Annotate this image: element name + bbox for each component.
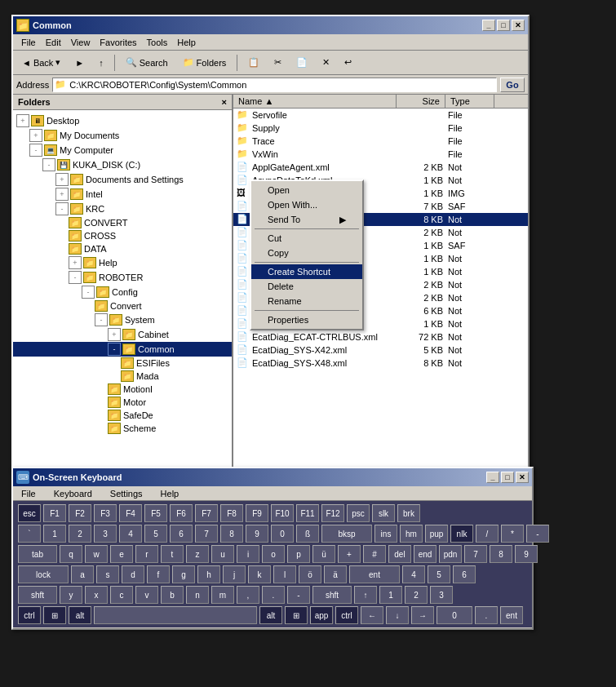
expand-desktop[interactable]: + [16,114,29,127]
ctx-open-with[interactable]: Open With... [251,197,362,212]
kb-key-i[interactable]: i [237,545,259,563]
kb-key-d[interactable]: d [122,565,144,583]
tree-cross[interactable]: 📁 CROSS [13,229,232,242]
kb-key-f12[interactable]: F12 [321,504,344,522]
folder-panel-close[interactable]: × [222,97,227,107]
close-button[interactable]: ✕ [512,20,525,31]
search-button[interactable]: 🔍 Search [120,53,174,73]
kb-key-plus[interactable]: + [338,545,361,563]
tree-common[interactable]: - 📁 Common [13,342,232,357]
kb-key-numdot[interactable]: . [475,606,498,624]
kb-key-v[interactable]: v [135,586,158,604]
tree-motioni[interactable]: 📁 MotionI [13,383,232,396]
kb-key-f[interactable]: f [147,565,170,583]
kb-key-left[interactable]: ← [361,606,383,624]
address-input[interactable]: 📁 C:\KRC\ROBOTER\Config\System\Common [52,78,497,92]
kb-key-p[interactable]: p [287,545,310,563]
kb-key-numminus[interactable]: - [526,525,549,543]
tree-my-documents[interactable]: + 📁 My Documents [13,128,232,143]
tree-data[interactable]: 📁 DATA [13,242,232,255]
col-header-type[interactable]: Type [445,95,494,108]
kb-key-f3[interactable]: F3 [94,504,117,522]
kb-key-hash[interactable]: # [363,545,386,563]
ctx-create-shortcut[interactable]: Create Shortcut [251,264,362,279]
file-ecat-sysx42[interactable]: 📄 EcatDiag_SYS-X42.xml 5 KB Not [233,344,528,357]
menu-tools[interactable]: Tools [142,36,173,49]
tree-mada[interactable]: 📁 Mada [13,370,232,383]
kb-key-f6[interactable]: F6 [170,504,193,522]
expand-kuka-disk[interactable]: - [42,158,55,171]
kb-key-backtick[interactable]: ` [18,525,41,543]
kb-key-e[interactable]: e [110,545,133,563]
tree-cabinet[interactable]: + 📁 Cabinet [13,327,232,342]
tree-motor[interactable]: 📁 Motor [13,396,232,409]
kb-key-del[interactable]: del [388,545,411,563]
kb-key-9[interactable]: 9 [246,525,268,543]
paste-button[interactable]: 📄 [290,53,313,73]
kb-key-num9[interactable]: 9 [515,545,538,563]
menu-favorites[interactable]: Favorites [95,36,141,49]
kb-key-num4[interactable]: 4 [402,565,425,583]
kb-key-k[interactable]: k [248,565,271,583]
kb-key-ralt[interactable]: alt [259,606,282,624]
kb-key-esc[interactable]: esc [18,504,41,522]
kb-key-z[interactable]: z [186,545,209,563]
kb-key-hm[interactable]: hm [400,525,423,543]
kb-key-rwin[interactable]: ⊞ [285,606,308,624]
kb-menu-keyboard[interactable]: Keyboard [49,487,97,500]
kb-key-psc[interactable]: psc [347,504,370,522]
col-header-name[interactable]: Name ▲ [233,95,397,108]
kb-key-r[interactable]: r [135,545,158,563]
file-trace[interactable]: 📁 Trace File [233,135,528,148]
expand-my-documents[interactable]: + [29,129,42,142]
file-ecat-ctrlbus[interactable]: 📄 EcatDiag_ECAT-CTRLBUS.xml 72 KB Not [233,330,528,344]
kb-key-l[interactable]: l [273,565,296,583]
col-header-size[interactable]: Size [397,95,445,108]
file-applgateagent[interactable]: 📄 ApplGateAgent.xml 2 KB Not [233,161,528,174]
kb-key-down[interactable]: ↓ [386,606,409,624]
file-servofile[interactable]: 📁 Servofile File [233,109,528,122]
kb-key-end[interactable]: end [414,545,437,563]
kb-key-up[interactable]: ↑ [354,586,377,604]
kb-key-numenter[interactable]: ent [500,606,523,624]
kb-key-j[interactable]: j [223,565,246,583]
tree-convert2[interactable]: 📁 Convert [13,299,232,312]
expand-my-computer[interactable]: - [29,144,42,157]
kb-close-button[interactable]: ✕ [516,472,529,483]
menu-help[interactable]: Help [172,36,201,49]
expand-config[interactable]: - [82,286,95,299]
file-vxwin[interactable]: 📁 VxWin File [233,148,528,161]
cut-button[interactable]: ✂ [268,53,287,73]
ctx-copy[interactable]: Copy [251,246,362,260]
kb-minimize-button[interactable]: _ [486,472,499,483]
back-button[interactable]: ◄ Back ▾ [16,53,66,73]
kb-key-n[interactable]: n [186,586,209,604]
kb-key-f9[interactable]: F9 [246,504,268,522]
tree-desktop[interactable]: + 🖥 Desktop [13,113,232,128]
kb-key-num6[interactable]: 6 [453,565,476,583]
tree-system[interactable]: - 📁 System [13,312,232,327]
kb-key-q[interactable]: q [60,545,82,563]
menu-view[interactable]: View [66,36,95,49]
kb-key-4[interactable]: 4 [119,525,142,543]
kb-key-o[interactable]: o [262,545,285,563]
kb-key-tab[interactable]: tab [18,545,57,563]
kb-key-nlk[interactable]: nlk [450,525,473,543]
kb-key-num3[interactable]: 3 [430,586,453,604]
kb-key-right[interactable]: → [411,606,434,624]
kb-key-0[interactable]: 0 [271,525,294,543]
kb-key-m[interactable]: m [211,586,234,604]
ctx-delete[interactable]: Delete [251,279,362,294]
kb-key-num7[interactable]: 7 [464,545,487,563]
kb-key-f11[interactable]: F11 [296,504,319,522]
kb-key-f5[interactable]: F5 [144,504,167,522]
kb-key-ae[interactable]: ä [324,565,347,583]
kb-key-ent[interactable]: ent [349,565,400,583]
expand-help[interactable]: + [69,256,82,269]
kb-key-b[interactable]: b [161,586,184,604]
undo-button[interactable]: ↩ [339,53,357,73]
kb-key-lshift[interactable]: shft [18,586,57,604]
tree-roboter[interactable]: - 📁 ROBOTER [13,270,232,285]
kb-key-numslash[interactable]: / [476,525,499,543]
kb-key-space[interactable] [94,606,257,624]
